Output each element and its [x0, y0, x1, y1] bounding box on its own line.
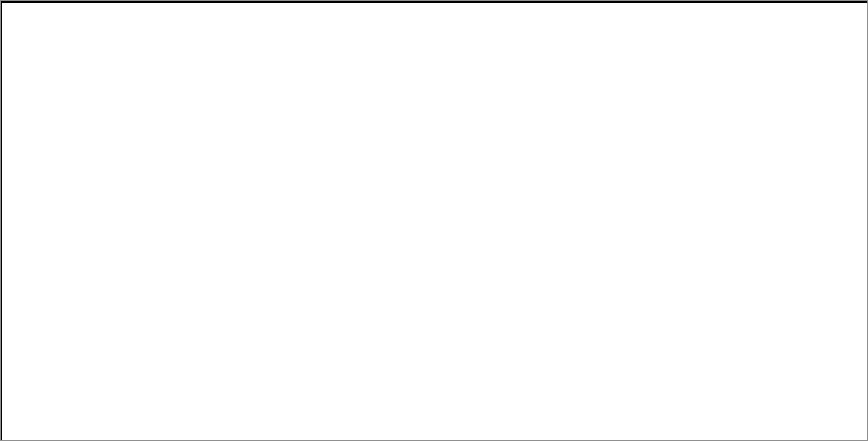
chart-titlebar: [2, 3, 867, 16]
chart-canvas[interactable]: [1, 1, 868, 441]
mt4-chart-window: [0, 0, 868, 441]
